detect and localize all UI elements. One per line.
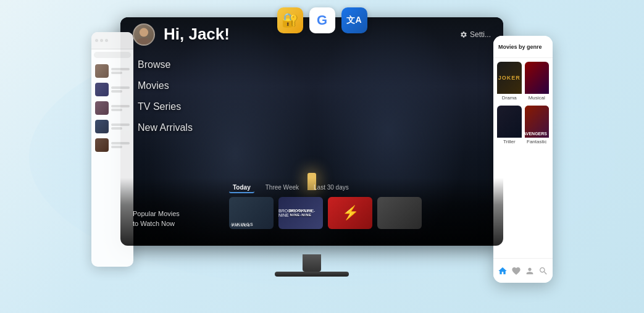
nav-profile-icon[interactable] <box>525 266 535 276</box>
genre-grid: JOKER Drama Musical Triller AVENGERS Fan… <box>493 58 553 150</box>
nav-newarrivals[interactable]: New Arrivals <box>138 117 193 138</box>
dot-1 <box>95 39 98 42</box>
movie-card-vikings[interactable]: VIKINGS <box>229 197 274 229</box>
nav-movies[interactable]: Movies <box>138 75 193 96</box>
thumb-4 <box>95 120 109 133</box>
left-search-bar <box>94 52 131 58</box>
line <box>111 142 130 144</box>
genre-thumb-avengers: AVENGERS <box>525 106 550 138</box>
list-item[interactable] <box>94 100 131 116</box>
svg-point-0 <box>140 28 148 36</box>
genre-thumb-thriller <box>497 106 522 138</box>
text-lines-1 <box>111 68 130 74</box>
text-lines-3 <box>111 105 130 111</box>
genre-label-fantastic: Fantastic <box>525 138 550 146</box>
tv-base <box>275 272 349 277</box>
genre-card-fantastic[interactable]: AVENGERS Fantastic <box>525 106 550 146</box>
text-lines-5 <box>111 142 130 148</box>
settings-label: Setti... <box>470 30 491 39</box>
thumb-3 <box>95 101 109 115</box>
thumb-5 <box>95 138 109 152</box>
dot-2 <box>100 39 103 42</box>
text-lines-2 <box>111 86 130 93</box>
movie-card-brooklyn[interactable]: BROOKLYNNINE-NINE <box>278 197 323 229</box>
nav-home-icon[interactable] <box>498 266 508 276</box>
genre-thumb-marvel <box>525 62 550 94</box>
text-lines-4 <box>111 123 130 130</box>
genre-thumb-joker: JOKER <box>497 62 522 94</box>
tv-tabs: Today Three Week Last 30 days <box>130 178 493 197</box>
line-short <box>111 109 122 111</box>
genre-card-joker[interactable]: JOKER Drama <box>497 62 522 102</box>
tv-header: Hi, Jack! Setti... <box>120 17 503 51</box>
avatar <box>133 23 155 46</box>
movie-card-flash[interactable]: ⚡ <box>328 197 372 229</box>
genre-card-thriller[interactable]: Triller <box>497 106 522 146</box>
line-short <box>111 90 122 93</box>
tv-greeting: Hi, Jack! <box>164 25 230 44</box>
nav-favorites-icon[interactable] <box>511 266 521 276</box>
tab-today[interactable]: Today <box>229 183 254 193</box>
tab-last-30[interactable]: Last 30 days <box>310 183 353 193</box>
genre-label-thriller: Triller <box>497 138 522 146</box>
line-short <box>111 127 122 130</box>
line <box>111 68 130 70</box>
left-items-list <box>91 61 133 156</box>
popular-label: Popular Moviesto Watch Now <box>133 209 180 228</box>
thumb-2 <box>95 83 109 96</box>
genre-label-musical: Musical <box>525 94 550 102</box>
list-item[interactable] <box>94 137 131 153</box>
tv-stand <box>275 254 349 277</box>
line <box>111 105 130 107</box>
tv-neck <box>303 254 321 272</box>
line <box>111 86 130 89</box>
nav-tvseries[interactable]: TV Series <box>138 96 193 117</box>
nav-search-icon[interactable] <box>538 266 548 276</box>
genre-card-musical[interactable]: Musical <box>525 62 550 102</box>
tv-nav: Browse Movies TV Series New Arrivals <box>138 54 193 138</box>
right-phone-nav <box>493 258 553 283</box>
tv-screen: Hi, Jack! Setti... Browse Movies TV Seri… <box>120 17 503 246</box>
dot-3 <box>105 39 108 42</box>
line-short <box>111 72 122 74</box>
right-phone-title: Movies by genre <box>498 44 542 50</box>
tv-bottom: Today Three Week Last 30 days Popular Mo… <box>120 178 503 246</box>
svg-point-1 <box>136 38 152 46</box>
list-item[interactable] <box>94 81 131 98</box>
line-short <box>111 146 122 148</box>
tv-settings[interactable]: Setti... <box>460 30 491 39</box>
list-item[interactable] <box>94 63 131 79</box>
tv-container: Hi, Jack! Setti... Browse Movies TV Seri… <box>120 17 503 277</box>
thumb-1 <box>95 64 109 78</box>
right-phone: Movies by genre JOKER Drama Musical Tril… <box>493 36 553 283</box>
list-item[interactable] <box>94 119 131 135</box>
genre-label-drama: Drama <box>497 94 522 102</box>
movie-card-people[interactable] <box>377 197 422 229</box>
line <box>111 123 130 126</box>
tab-three-week[interactable]: Three Week <box>262 183 303 193</box>
nav-browse[interactable]: Browse <box>138 54 193 75</box>
